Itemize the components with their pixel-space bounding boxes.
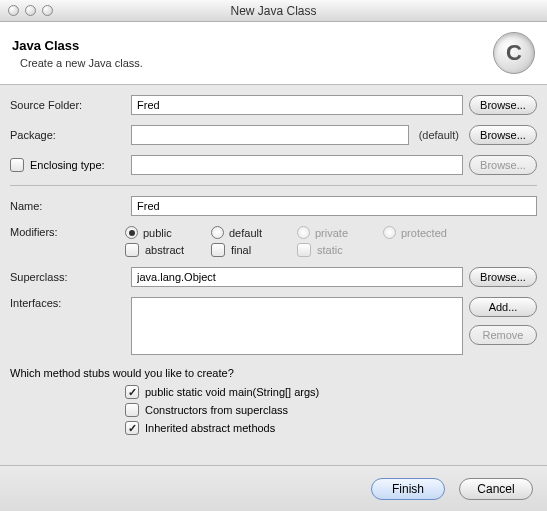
divider	[10, 185, 537, 186]
enclosing-type-browse-button: Browse...	[469, 155, 537, 175]
window-title: New Java Class	[0, 4, 547, 18]
checkbox-icon	[125, 385, 139, 399]
modifier-static: static	[297, 243, 383, 257]
modifier-private: private	[297, 226, 383, 239]
titlebar: New Java Class	[0, 0, 547, 22]
enclosing-type-input	[131, 155, 463, 175]
name-input[interactable]	[131, 196, 537, 216]
package-label: Package:	[10, 129, 125, 141]
dialog-footer: Finish Cancel	[0, 465, 547, 511]
dialog-header: Java Class Create a new Java class. C	[0, 22, 547, 85]
checkbox-icon	[211, 243, 225, 257]
interfaces-add-button[interactable]: Add...	[469, 297, 537, 317]
radio-icon	[211, 226, 224, 239]
checkbox-icon	[297, 243, 311, 257]
enclosing-type-label: Enclosing type:	[30, 159, 105, 171]
cancel-button[interactable]: Cancel	[459, 478, 533, 500]
modifier-abstract[interactable]: abstract	[125, 243, 211, 257]
checkbox-icon	[125, 243, 139, 257]
superclass-browse-button[interactable]: Browse...	[469, 267, 537, 287]
modifier-final[interactable]: final	[211, 243, 297, 257]
interfaces-list[interactable]	[131, 297, 463, 355]
interfaces-label: Interfaces:	[10, 297, 125, 309]
package-default-tag: (default)	[415, 129, 463, 141]
modifier-public[interactable]: public	[125, 226, 211, 239]
class-icon-letter: C	[506, 40, 522, 66]
method-stubs-section: Which method stubs would you like to cre…	[10, 367, 537, 435]
superclass-input[interactable]	[131, 267, 463, 287]
enclosing-type-checkbox[interactable]	[10, 158, 24, 172]
stub-inherited-abstract[interactable]: Inherited abstract methods	[125, 421, 537, 435]
method-stubs-question: Which method stubs would you like to cre…	[10, 367, 537, 379]
interfaces-remove-button: Remove	[469, 325, 537, 345]
page-subtitle: Create a new Java class.	[20, 57, 493, 69]
source-folder-input[interactable]	[131, 95, 463, 115]
package-browse-button[interactable]: Browse...	[469, 125, 537, 145]
form-area: Source Folder: Browse... Package: (defau…	[0, 85, 547, 443]
class-icon: C	[493, 32, 535, 74]
superclass-label: Superclass:	[10, 271, 125, 283]
modifiers-group: public default private protected abstrac…	[125, 226, 537, 261]
name-label: Name:	[10, 200, 125, 212]
modifiers-label: Modifiers:	[10, 226, 125, 238]
checkbox-icon	[125, 403, 139, 417]
checkbox-icon	[125, 421, 139, 435]
stub-main-method[interactable]: public static void main(String[] args)	[125, 385, 537, 399]
modifier-default[interactable]: default	[211, 226, 297, 239]
stub-constructors[interactable]: Constructors from superclass	[125, 403, 537, 417]
page-title: Java Class	[12, 38, 493, 53]
package-input[interactable]	[131, 125, 409, 145]
source-folder-label: Source Folder:	[10, 99, 125, 111]
source-folder-browse-button[interactable]: Browse...	[469, 95, 537, 115]
radio-icon	[297, 226, 310, 239]
radio-icon	[383, 226, 396, 239]
modifier-protected: protected	[383, 226, 469, 239]
finish-button[interactable]: Finish	[371, 478, 445, 500]
radio-icon	[125, 226, 138, 239]
